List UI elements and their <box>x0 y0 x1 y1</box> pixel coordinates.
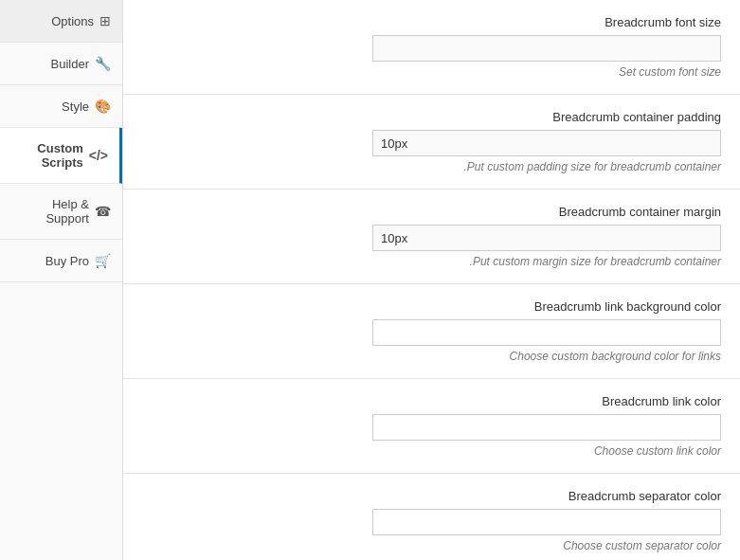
breadcrumb-container-padding-help: .Put custom padding size for breadcrumb … <box>464 160 721 173</box>
breadcrumb-container-margin-label: Breadcrumb container margin <box>559 205 721 219</box>
builder-icon: 🔧 <box>95 56 111 71</box>
sidebar-item-buy-pro[interactable]: Buy Pro 🛒 <box>0 240 122 282</box>
breadcrumb-container-margin-input[interactable] <box>372 225 721 251</box>
main-content: Breadcrumb font size Set custom font siz… <box>123 0 740 560</box>
field-section-breadcrumb-container-margin: Breadcrumb container margin .Put custom … <box>123 190 740 284</box>
breadcrumb-link-color-help: Choose custom link color <box>594 444 721 458</box>
breadcrumb-font-size-help: Set custom font size <box>619 65 721 79</box>
sidebar: Options ⊞ Builder 🔧 Style 🎨 Custom Scrip… <box>0 0 123 560</box>
breadcrumb-link-bg-color-label: Breadcrumb link background color <box>534 299 721 314</box>
field-section-breadcrumb-link-bg-color: Breadcrumb link background color Choose … <box>123 284 740 379</box>
breadcrumb-container-padding-input[interactable] <box>372 130 721 156</box>
sidebar-item-options[interactable]: Options ⊞ <box>0 0 122 43</box>
sidebar-item-custom-scripts[interactable]: Custom Scripts </> <box>0 128 122 184</box>
help-support-icon: ☎ <box>95 204 111 219</box>
buy-pro-icon: 🛒 <box>95 253 111 268</box>
breadcrumb-separator-color-input[interactable] <box>372 509 721 535</box>
custom-scripts-icon: </> <box>89 148 108 163</box>
field-section-breadcrumb-font-size: Breadcrumb font size Set custom font siz… <box>123 0 740 95</box>
breadcrumb-font-size-label: Breadcrumb font size <box>605 15 721 29</box>
breadcrumb-font-size-input[interactable] <box>372 35 721 62</box>
options-icon: ⊞ <box>99 13 111 28</box>
breadcrumb-container-margin-help: .Put custom margin size for breadcrumb c… <box>470 255 721 268</box>
style-icon: 🎨 <box>95 99 111 114</box>
breadcrumb-separator-color-help: Choose custom separator color <box>563 539 721 552</box>
field-section-breadcrumb-container-padding: Breadcrumb container padding .Put custom… <box>123 95 740 190</box>
breadcrumb-separator-color-label: Breadcrumb separator color <box>569 489 721 503</box>
breadcrumb-link-bg-color-help: Choose custom background color for links <box>510 350 721 363</box>
field-section-breadcrumb-link-color: Breadcrumb link color Choose custom link… <box>123 379 740 474</box>
breadcrumb-link-color-label: Breadcrumb link color <box>602 394 721 408</box>
breadcrumb-link-color-input[interactable] <box>372 414 721 441</box>
breadcrumb-container-padding-label: Breadcrumb container padding <box>552 110 721 124</box>
field-section-breadcrumb-separator-color: Breadcrumb separator color Choose custom… <box>123 474 740 560</box>
breadcrumb-link-bg-color-input[interactable] <box>372 319 721 346</box>
sidebar-item-builder[interactable]: Builder 🔧 <box>0 43 122 85</box>
sidebar-item-style[interactable]: Style 🎨 <box>0 85 122 128</box>
sidebar-item-help-support[interactable]: Help & Support ☎ <box>0 184 122 240</box>
